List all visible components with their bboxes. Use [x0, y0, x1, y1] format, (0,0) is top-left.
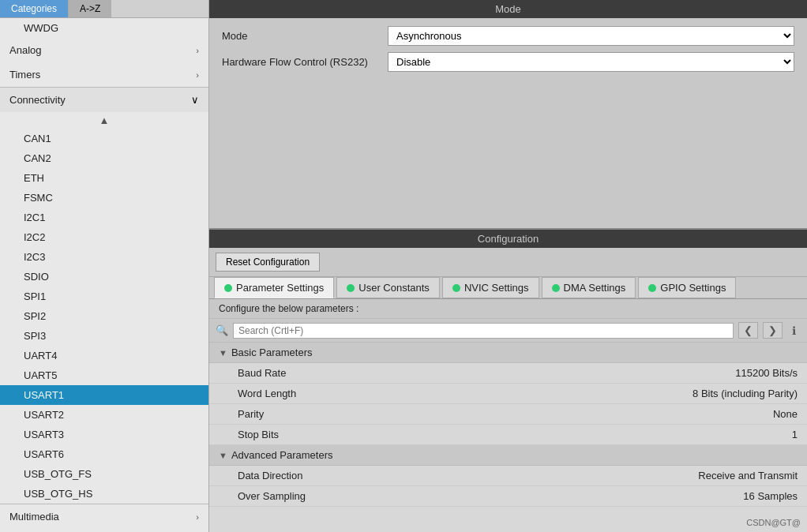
- tab-nvic-settings[interactable]: NVIC Settings: [442, 277, 539, 298]
- multimedia-label: Multimedia: [9, 511, 59, 523]
- param-over-sampling-value: 16 Samples: [743, 490, 798, 502]
- param-data-direction-value: Receive and Transmit: [698, 470, 798, 481]
- search-input[interactable]: [233, 323, 734, 339]
- config-tabs: Parameter Settings User Constants NVIC S…: [209, 277, 807, 299]
- sidebar-item-multimedia[interactable]: Multimedia ›: [0, 504, 208, 529]
- sidebar-item-wwdg[interactable]: WWDG: [0, 18, 208, 38]
- scroll-up-button[interactable]: ▲: [0, 112, 208, 129]
- mode-label: Mode: [222, 30, 388, 42]
- user-constants-dot: [347, 284, 355, 292]
- tab-az[interactable]: A->Z: [69, 0, 111, 17]
- advanced-params-label: Advanced Parameters: [231, 449, 333, 461]
- watermark: CSDN@GT@: [746, 518, 801, 527]
- sidebar-item-analog[interactable]: Analog ›: [0, 38, 208, 62]
- sidebar-item-i2c1[interactable]: I2C1: [0, 208, 208, 227]
- sidebar-item-usb-otg-hs[interactable]: USB_OTG_HS: [0, 484, 208, 504]
- sidebar-item-i2c2[interactable]: I2C2: [0, 227, 208, 247]
- hwflow-label: Hardware Flow Control (RS232): [222, 56, 388, 68]
- timers-arrow-icon: ›: [196, 70, 199, 80]
- sidebar-item-usb-otg-fs[interactable]: USB_OTG_FS: [0, 464, 208, 484]
- left-scroll: WWDG Analog › Timers › Connectivity ∨ ▲ …: [0, 18, 208, 532]
- param-over-sampling-name: Over Sampling: [238, 490, 743, 502]
- info-icon[interactable]: ℹ: [787, 323, 801, 339]
- sidebar-item-usart6[interactable]: USART6: [0, 444, 208, 464]
- param-over-sampling: Over Sampling 16 Samples: [209, 486, 807, 507]
- analog-label: Analog: [9, 44, 41, 56]
- mode-empty-space: [209, 86, 807, 228]
- search-row: 🔍 ❮ ❯ ℹ: [209, 319, 807, 343]
- mode-body: Mode Asynchronous Synchronous Single Wir…: [209, 18, 807, 86]
- sidebar-item-connectivity[interactable]: Connectivity ∨: [0, 87, 208, 112]
- tab-bar: Categories A->Z: [0, 0, 208, 18]
- tab-gpio-settings[interactable]: GPIO Settings: [638, 277, 736, 298]
- config-header: Configuration: [209, 230, 807, 248]
- nav-prev-button[interactable]: ❮: [738, 322, 758, 339]
- tab-dma-settings[interactable]: DMA Settings: [542, 277, 636, 298]
- sidebar-item-uart4[interactable]: UART4: [0, 346, 208, 365]
- multimedia-arrow-icon: ›: [196, 512, 199, 522]
- group-basic-params[interactable]: ▼ Basic Parameters: [209, 343, 807, 363]
- tab-parameter-settings[interactable]: Parameter Settings: [214, 277, 334, 298]
- sidebar-item-eth[interactable]: ETH: [0, 168, 208, 188]
- sidebar-item-usart1[interactable]: USART1: [0, 385, 208, 405]
- tab-nvic-settings-label: NVIC Settings: [464, 282, 529, 294]
- gpio-settings-dot: [648, 284, 656, 292]
- timers-label: Timers: [9, 69, 40, 81]
- right-panel: Mode Mode Asynchronous Synchronous Singl…: [209, 0, 807, 532]
- nav-next-button[interactable]: ❯: [763, 322, 783, 339]
- params-body: ▼ Basic Parameters Baud Rate 115200 Bits…: [209, 343, 807, 532]
- param-baud-rate: Baud Rate 115200 Bits/s: [209, 363, 807, 384]
- sidebar-item-timers[interactable]: Timers ›: [0, 62, 208, 87]
- mode-row-hwflow: Hardware Flow Control (RS232) Disable CT…: [222, 52, 794, 72]
- sidebar-item-sdio[interactable]: SDIO: [0, 267, 208, 287]
- param-word-length-value: 8 Bits (including Parity): [693, 388, 798, 399]
- mode-header: Mode: [209, 0, 807, 18]
- param-parity: Parity None: [209, 404, 807, 425]
- dma-settings-dot: [552, 284, 560, 292]
- tab-dma-settings-label: DMA Settings: [564, 282, 626, 294]
- tab-user-constants-label: User Constants: [358, 282, 430, 294]
- connectivity-chevron-icon: ∨: [191, 94, 199, 106]
- tab-gpio-settings-label: GPIO Settings: [660, 282, 726, 294]
- sidebar-item-spi1[interactable]: SPI1: [0, 287, 208, 306]
- basic-params-chevron-icon: ▼: [219, 348, 227, 358]
- param-stop-bits-name: Stop Bits: [238, 429, 792, 440]
- analog-arrow-icon: ›: [196, 46, 199, 55]
- sidebar-item-security[interactable]: Security ›: [0, 529, 208, 532]
- param-parity-value: None: [773, 408, 798, 420]
- param-data-direction-name: Data Direction: [238, 470, 698, 481]
- left-panel: Categories A->Z WWDG Analog › Timers › C…: [0, 0, 209, 532]
- mode-select[interactable]: Asynchronous Synchronous Single Wire (Ha…: [388, 26, 794, 46]
- param-stop-bits-value: 1: [792, 429, 798, 440]
- sidebar-item-usart2[interactable]: USART2: [0, 405, 208, 425]
- sidebar-item-usart3[interactable]: USART3: [0, 425, 208, 444]
- connectivity-label: Connectivity: [9, 94, 66, 106]
- param-stop-bits: Stop Bits 1: [209, 425, 807, 445]
- tab-param-settings-label: Parameter Settings: [236, 282, 324, 294]
- sidebar-item-can2[interactable]: CAN2: [0, 148, 208, 168]
- sidebar-item-i2c3[interactable]: I2C3: [0, 247, 208, 267]
- tab-user-constants[interactable]: User Constants: [336, 277, 440, 298]
- sidebar-item-spi3[interactable]: SPI3: [0, 326, 208, 346]
- config-section: Configuration Reset Configuration Parame…: [209, 230, 807, 532]
- search-icon: 🔍: [216, 324, 228, 336]
- hwflow-select[interactable]: Disable CTS Only RTS Only CTS/RTS: [388, 52, 794, 72]
- group-advanced-params[interactable]: ▼ Advanced Parameters: [209, 445, 807, 466]
- config-below-text: Configure the below parameters :: [209, 299, 807, 319]
- param-settings-dot: [224, 284, 232, 292]
- mode-row-mode: Mode Asynchronous Synchronous Single Wir…: [222, 26, 794, 46]
- sidebar-item-uart5[interactable]: UART5: [0, 365, 208, 385]
- mode-section: Mode Mode Asynchronous Synchronous Singl…: [209, 0, 807, 230]
- param-word-length: Word Length 8 Bits (including Parity): [209, 384, 807, 404]
- sidebar-item-spi2[interactable]: SPI2: [0, 306, 208, 326]
- param-baud-rate-value: 115200 Bits/s: [735, 367, 798, 379]
- sidebar-item-fsmc[interactable]: FSMC: [0, 188, 208, 208]
- basic-params-label: Basic Parameters: [231, 347, 313, 358]
- sidebar-item-can1[interactable]: CAN1: [0, 129, 208, 148]
- tab-categories[interactable]: Categories: [0, 0, 69, 17]
- nvic-settings-dot: [452, 284, 460, 292]
- param-data-direction: Data Direction Receive and Transmit: [209, 466, 807, 486]
- param-parity-name: Parity: [238, 408, 773, 420]
- reset-config-button[interactable]: Reset Configuration: [216, 253, 320, 272]
- advanced-params-chevron-icon: ▼: [219, 451, 227, 460]
